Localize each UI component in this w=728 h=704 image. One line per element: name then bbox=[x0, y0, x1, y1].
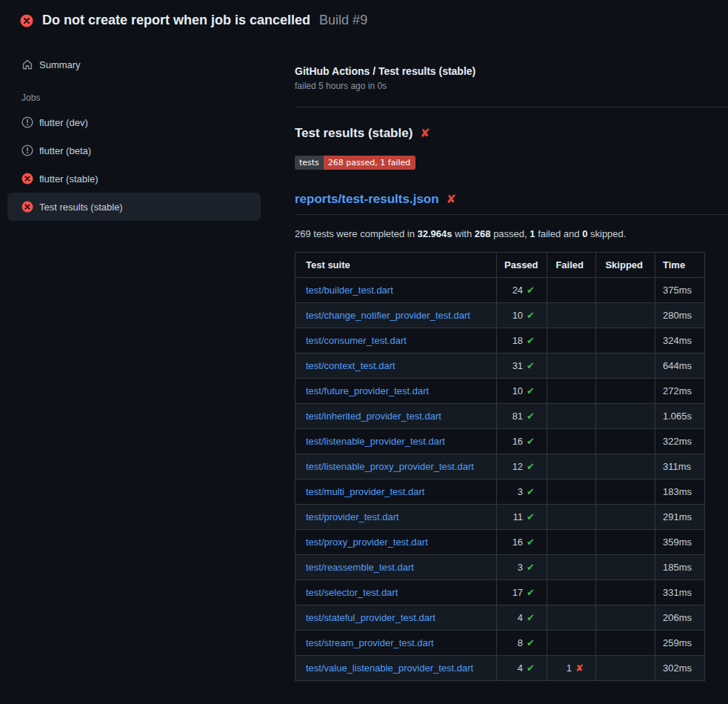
check-icon: ✔ bbox=[527, 562, 535, 573]
test-suite-link[interactable]: test/builder_test.dart bbox=[306, 285, 393, 296]
check-icon: ✔ bbox=[527, 461, 535, 472]
sidebar: Summary Jobs flutter (dev)flutter (beta)… bbox=[0, 38, 295, 221]
table-row: test/stateful_provider_test.dart4✔206ms bbox=[295, 605, 705, 631]
skipped-cell bbox=[596, 379, 655, 404]
job-label: flutter (stable) bbox=[39, 173, 98, 185]
jobs-section-label: Jobs bbox=[7, 79, 261, 108]
content: GitHub Actions / Test results (stable) f… bbox=[295, 38, 728, 681]
failed-cell bbox=[547, 555, 596, 580]
failed-count: 1 bbox=[530, 228, 535, 239]
test-suite-link[interactable]: test/listenable_proxy_provider_test.dart bbox=[306, 461, 474, 472]
test-suite-link[interactable]: test/provider_test.dart bbox=[306, 511, 399, 522]
build-number: Build #9 bbox=[319, 13, 367, 28]
passed-cell: 3✔ bbox=[497, 479, 547, 505]
table-row: test/selector_test.dart17✔331ms bbox=[295, 580, 705, 605]
time-cell: 185ms bbox=[655, 555, 705, 580]
failed-cell: 1✘ bbox=[547, 656, 596, 681]
failed-cell bbox=[547, 530, 596, 555]
sidebar-item-job[interactable]: Test results (stable) bbox=[7, 193, 261, 221]
alert-circle-icon bbox=[21, 116, 33, 128]
skipped-cell bbox=[596, 479, 655, 505]
time-cell: 280ms bbox=[655, 303, 705, 328]
time-cell: 359ms bbox=[655, 530, 705, 555]
alert-circle-icon bbox=[21, 145, 33, 156]
passed-cell: 8✔ bbox=[497, 631, 547, 656]
test-suite-link[interactable]: test/inherited_provider_test.dart bbox=[306, 411, 441, 422]
passed-cell: 18✔ bbox=[497, 328, 547, 353]
skipped-cell bbox=[596, 303, 655, 328]
failed-cell bbox=[547, 580, 596, 605]
skipped-cell bbox=[596, 656, 655, 681]
x-circle-icon bbox=[21, 173, 33, 185]
test-suite-link[interactable]: test/stream_provider_test.dart bbox=[306, 637, 434, 648]
check-icon: ✔ bbox=[527, 385, 535, 396]
workflow-run-title: Do not create report when job is cancell… bbox=[42, 13, 310, 28]
check-icon: ✔ bbox=[527, 436, 535, 447]
test-suite-link[interactable]: test/reassemble_test.dart bbox=[306, 562, 414, 573]
skipped-cell bbox=[596, 555, 655, 580]
test-suite-link[interactable]: test/future_provider_test.dart bbox=[306, 385, 429, 396]
skipped-cell bbox=[596, 530, 655, 555]
skipped-cell bbox=[596, 328, 655, 353]
failed-cell bbox=[547, 353, 596, 379]
test-suite-link[interactable]: test/change_notifier_provider_test.dart bbox=[306, 310, 470, 321]
passed-cell: 4✔ bbox=[497, 605, 547, 631]
sidebar-summary-label: Summary bbox=[39, 59, 81, 70]
check-icon: ✔ bbox=[527, 537, 535, 548]
sidebar-jobs-list: flutter (dev)flutter (beta)flutter (stab… bbox=[7, 108, 261, 221]
skipped-cell bbox=[596, 580, 655, 605]
check-icon: ✔ bbox=[527, 285, 535, 296]
badge-value: 268 passed, 1 failed bbox=[324, 156, 415, 170]
passed-cell: 3✔ bbox=[497, 555, 547, 580]
tests-badge: tests 268 passed, 1 failed bbox=[295, 156, 415, 170]
check-icon: ✔ bbox=[527, 511, 535, 522]
suite-cell: test/context_test.dart bbox=[295, 353, 497, 379]
time-cell: 644ms bbox=[655, 353, 705, 379]
sidebar-item-summary[interactable]: Summary bbox=[7, 50, 261, 79]
table-row: test/change_notifier_provider_test.dart1… bbox=[295, 303, 705, 328]
failed-cell bbox=[547, 505, 596, 530]
results-table: Test suitePassedFailedSkippedTime test/b… bbox=[295, 252, 705, 681]
passed-cell: 4✔ bbox=[497, 656, 547, 681]
suite-cell: test/selector_test.dart bbox=[295, 580, 497, 605]
check-icon: ✔ bbox=[527, 310, 535, 321]
badge-label: tests bbox=[295, 156, 324, 170]
passed-cell: 24✔ bbox=[497, 278, 547, 303]
test-suite-link[interactable]: test/proxy_provider_test.dart bbox=[306, 537, 428, 548]
table-row: test/inherited_provider_test.dart81✔1.06… bbox=[295, 404, 705, 429]
suite-cell: test/stream_provider_test.dart bbox=[295, 631, 497, 656]
sidebar-item-job[interactable]: flutter (stable) bbox=[7, 165, 261, 193]
test-suite-link[interactable]: test/value_listenable_provider_test.dart bbox=[306, 663, 473, 674]
test-suite-link[interactable]: test/selector_test.dart bbox=[306, 587, 398, 598]
divider bbox=[295, 107, 728, 107]
time-cell: 206ms bbox=[655, 605, 705, 631]
skipped-cell bbox=[596, 505, 655, 530]
test-suite-link[interactable]: test/listenable_provider_test.dart bbox=[306, 436, 445, 447]
cross-mark-icon: ✘ bbox=[420, 127, 430, 139]
table-row: test/consumer_test.dart18✔324ms bbox=[295, 328, 705, 353]
suite-cell: test/listenable_proxy_provider_test.dart bbox=[295, 454, 497, 479]
total-duration: 32.964s bbox=[417, 228, 452, 239]
suite-cell: test/inherited_provider_test.dart bbox=[295, 404, 497, 429]
section-title-text: Test results (stable) bbox=[295, 126, 413, 141]
time-cell: 302ms bbox=[655, 656, 705, 681]
test-suite-link[interactable]: test/stateful_provider_test.dart bbox=[306, 612, 435, 623]
suite-cell: test/multi_provider_test.dart bbox=[295, 479, 497, 505]
failed-cell bbox=[547, 303, 596, 328]
failed-cell bbox=[547, 404, 596, 429]
test-suite-link[interactable]: test/consumer_test.dart bbox=[306, 335, 407, 346]
failed-cell bbox=[547, 631, 596, 656]
test-suite-link[interactable]: test/context_test.dart bbox=[306, 360, 395, 371]
time-cell: 331ms bbox=[655, 580, 705, 605]
check-icon: ✔ bbox=[527, 360, 535, 371]
skipped-cell bbox=[596, 404, 655, 429]
failed-cell bbox=[547, 379, 596, 404]
report-file-link[interactable]: reports/test-results.json bbox=[295, 192, 439, 207]
job-label: flutter (beta) bbox=[39, 145, 91, 156]
sidebar-item-job[interactable]: flutter (beta) bbox=[7, 136, 261, 165]
test-suite-link[interactable]: test/multi_provider_test.dart bbox=[306, 486, 424, 497]
skipped-cell bbox=[596, 605, 655, 631]
summary-line: 269 tests were completed in 32.964s with… bbox=[295, 228, 728, 239]
sidebar-item-job[interactable]: flutter (dev) bbox=[7, 108, 261, 136]
failed-cell bbox=[547, 479, 596, 505]
